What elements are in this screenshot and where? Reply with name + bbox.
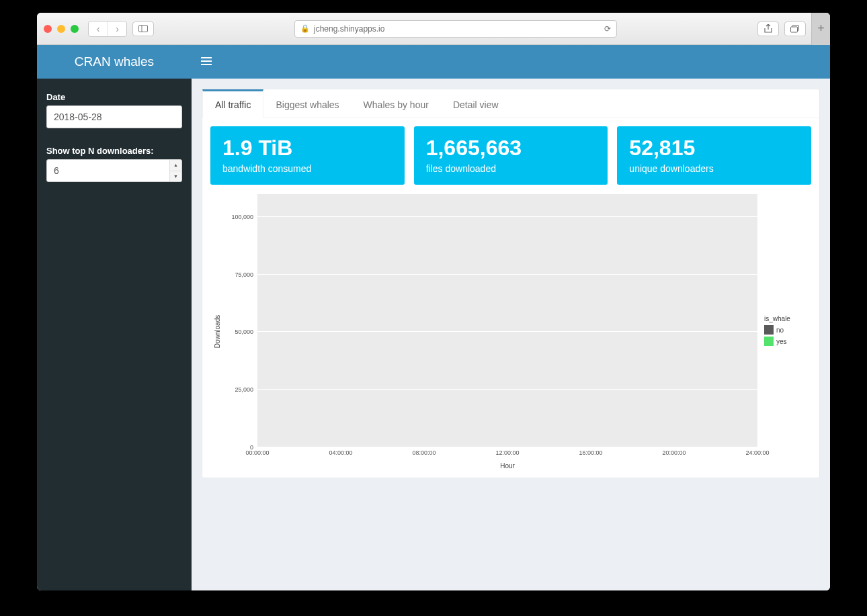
browser-toolbar: ‹ › 🔒 jcheng.shinyapps.io ⟳ <box>37 13 830 45</box>
chevron-right-icon: › <box>116 24 119 34</box>
new-tab-button[interactable]: + <box>811 13 830 45</box>
y-tick: 25,000 <box>235 386 253 393</box>
tab-whales-by-hour[interactable]: Whales by hour <box>352 89 441 118</box>
lock-icon: 🔒 <box>300 24 310 33</box>
step-down-button[interactable]: ▼ <box>170 171 181 182</box>
share-button[interactable] <box>757 21 779 36</box>
legend-item: no <box>764 325 811 335</box>
nav-back-forward: ‹ › <box>88 21 127 37</box>
value-box-value: 52,815 <box>629 136 799 161</box>
app-root: CRAN whales Date Show top N downloaders: <box>37 45 830 590</box>
value-box-subtitle: unique downloaders <box>629 163 799 174</box>
y-tick: 75,000 <box>235 271 253 278</box>
y-axis: 025,00050,00075,000100,000 <box>225 194 257 447</box>
zoom-window-button[interactable] <box>71 25 79 33</box>
legend-swatch <box>764 325 774 335</box>
tabs-overview-button[interactable] <box>784 21 806 36</box>
browser-sidebar-button[interactable] <box>132 21 154 36</box>
forward-button[interactable]: › <box>108 21 126 36</box>
x-tick: 20:00:00 <box>662 449 686 456</box>
value-box-row: 1.9 TiB bandwidth consumed 1,665,663 fil… <box>210 126 811 185</box>
tabs-nav: All traffic Biggest whales Whales by hou… <box>202 89 819 118</box>
legend-item: yes <box>764 337 811 346</box>
panel-icon <box>138 25 148 32</box>
value-box-value: 1.9 TiB <box>222 136 393 161</box>
window-controls <box>44 25 79 33</box>
value-box-files: 1,665,663 files downloaded <box>414 126 608 185</box>
x-axis: 00:00:0004:00:0008:00:0012:00:0016:00:00… <box>257 447 757 461</box>
topn-label: Show top N downloaders: <box>46 146 182 156</box>
caret-up-icon: ▲ <box>173 163 178 167</box>
tab-box: All traffic Biggest whales Whales by hou… <box>202 89 820 478</box>
reload-icon[interactable]: ⟳ <box>604 24 611 34</box>
header-bar <box>192 45 830 79</box>
x-tick: 12:00:00 <box>495 449 519 456</box>
tab-all-traffic[interactable]: All traffic <box>202 89 263 118</box>
browser-window: ‹ › 🔒 jcheng.shinyapps.io ⟳ <box>37 13 830 590</box>
tab-detail-view[interactable]: Detail view <box>441 89 511 118</box>
x-tick: 00:00:00 <box>245 449 269 456</box>
value-box-subtitle: bandwidth consumed <box>222 163 393 174</box>
chevron-left-icon: ‹ <box>97 24 100 34</box>
address-bar[interactable]: 🔒 jcheng.shinyapps.io ⟳ <box>294 20 617 38</box>
x-axis-label: Hour <box>257 461 757 470</box>
y-axis-label: Downloads <box>214 315 222 348</box>
value-box-subtitle: files downloaded <box>426 163 596 174</box>
app-body: Date Show top N downloaders: ▲ ▼ All tra… <box>37 79 830 590</box>
close-window-button[interactable] <box>44 25 52 33</box>
svg-rect-3 <box>791 27 798 32</box>
app-header: CRAN whales <box>37 45 830 79</box>
step-up-button[interactable]: ▲ <box>170 160 181 171</box>
hamburger-icon <box>201 57 212 65</box>
legend-label: yes <box>776 338 787 345</box>
number-stepper: ▲ ▼ <box>169 160 181 181</box>
topn-input[interactable] <box>46 159 182 182</box>
x-tick: 16:00:00 <box>579 449 602 456</box>
x-tick: 08:00:00 <box>412 449 436 456</box>
date-input[interactable] <box>46 105 182 128</box>
date-label: Date <box>46 92 182 102</box>
app-title: CRAN whales <box>37 45 192 79</box>
tabs-icon <box>790 25 800 33</box>
plot-panel <box>257 194 757 447</box>
back-button[interactable]: ‹ <box>89 21 108 36</box>
y-tick: 100,000 <box>231 214 253 220</box>
value-box-value: 1,665,663 <box>426 136 596 161</box>
sidebar-toggle-button[interactable] <box>201 56 212 68</box>
content-area: All traffic Biggest whales Whales by hou… <box>192 79 830 590</box>
x-tick: 24:00:00 <box>745 449 769 456</box>
share-icon <box>764 24 772 34</box>
plus-icon: + <box>817 21 825 36</box>
legend: is_whale noyes <box>757 194 811 470</box>
legend-swatch <box>764 337 774 346</box>
legend-title: is_whale <box>764 315 811 322</box>
x-tick: 04:00:00 <box>329 449 352 456</box>
tab-content: 1.9 TiB bandwidth consumed 1,665,663 fil… <box>202 118 819 478</box>
value-box-downloaders: 52,815 unique downloaders <box>617 126 811 185</box>
y-tick: 50,000 <box>235 328 253 335</box>
url-text: jcheng.shinyapps.io <box>314 24 384 34</box>
app-sidebar: Date Show top N downloaders: ▲ ▼ <box>37 79 192 590</box>
tab-biggest-whales[interactable]: Biggest whales <box>263 89 351 118</box>
minimize-window-button[interactable] <box>57 25 65 33</box>
svg-rect-0 <box>139 26 148 32</box>
caret-down-icon: ▼ <box>173 174 178 179</box>
downloads-chart: Downloads 025,00050,00075,000100,000 00:… <box>210 194 811 470</box>
value-box-bandwidth: 1.9 TiB bandwidth consumed <box>210 126 405 185</box>
legend-label: no <box>776 326 784 334</box>
